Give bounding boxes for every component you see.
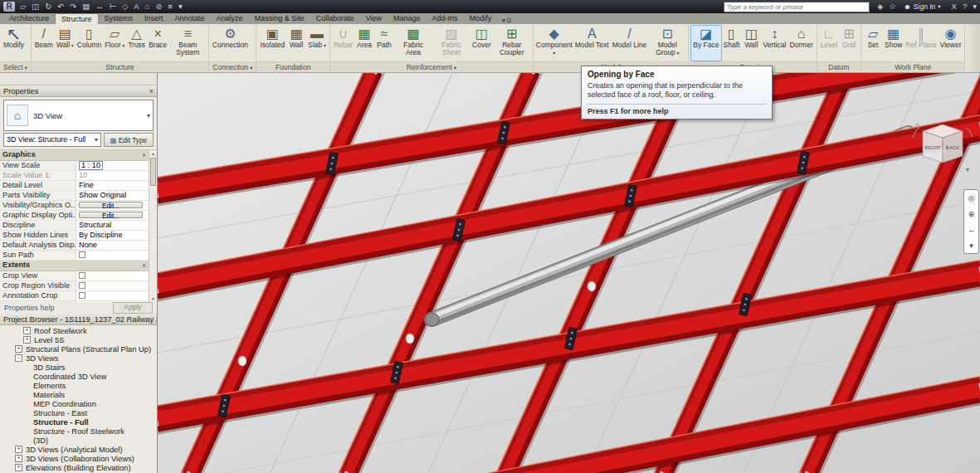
property-row[interactable]: Visibility/Graphics O... Edit... (0, 201, 149, 211)
sync-icon[interactable]: ↻ (45, 1, 51, 12)
ribbon-button[interactable]: ▬ Slab (306, 25, 328, 61)
tree-item[interactable]: Elements (0, 381, 157, 390)
checkbox[interactable] (79, 292, 85, 299)
navigation-wheel-icon[interactable]: ◎ (968, 194, 975, 202)
property-row[interactable]: Far Clip Active (0, 301, 149, 302)
type-selector[interactable]: ⌂ 3D View ▾ (3, 100, 154, 131)
ribbon-button[interactable]: ↕ Vertical (762, 25, 788, 61)
project-browser-header[interactable]: Project Browser - 1S1119_1237_02 Railway… (0, 314, 157, 325)
tree-item[interactable]: MEP Coordination (0, 399, 157, 408)
ribbon-button[interactable]: ↖ Modify (2, 25, 26, 61)
ribbon-panel-label[interactable]: Select (0, 61, 31, 72)
section-icon[interactable]: ⊘ (155, 1, 162, 12)
property-value[interactable] (76, 301, 149, 302)
tree-item[interactable]: Coordinated 3D View (0, 372, 157, 381)
view-selector-combo[interactable]: 3D View: Structure - Full ▾ (3, 133, 101, 147)
property-value[interactable] (76, 281, 149, 290)
ribbon-button[interactable]: / Beam (33, 25, 55, 61)
scroll-up-icon[interactable]: ▲ (151, 150, 155, 157)
default-3d-view-icon[interactable]: ⌂ (145, 1, 150, 12)
tree-item[interactable]: Structure - East (0, 408, 157, 417)
favorites-icon[interactable]: ☆ (889, 1, 896, 12)
search-input[interactable] (724, 2, 870, 12)
tree-item[interactable]: + 3D Views (Analytical Model) (0, 445, 157, 454)
application-menu-button[interactable]: R (3, 2, 15, 12)
ribbon-button[interactable]: A Model Text (573, 25, 611, 61)
properties-help-link[interactable]: Properties help (4, 304, 55, 312)
tree-item[interactable]: Structure - Full (0, 417, 157, 427)
ribbon-tab[interactable]: Add-Ins (427, 13, 464, 24)
tree-item[interactable]: Structure - Roof Steelwork (0, 427, 157, 436)
ribbon-button[interactable]: ◫ Wall (742, 25, 762, 61)
undo-icon[interactable]: ↶ (57, 1, 64, 12)
ribbon-state-toggle-icon[interactable]: ▾ ⊡ (497, 17, 516, 24)
ribbon-button[interactable]: ∪ Rebar (332, 25, 354, 61)
tree-expander-icon[interactable]: + (15, 446, 22, 453)
ribbon-tab[interactable]: Massing & Site (249, 13, 310, 24)
property-value[interactable]: Edit... (76, 211, 149, 220)
ribbon-button[interactable]: ⚙ Connection (211, 25, 249, 61)
measure-icon[interactable]: ↔ (95, 1, 104, 12)
ribbon-button[interactable]: ▩ Fabric Area (394, 25, 432, 61)
property-value[interactable]: Edit... (76, 201, 149, 210)
ribbon-tab[interactable]: Systems (99, 13, 139, 24)
ribbon-tab[interactable]: View (360, 13, 388, 24)
ribbon-button[interactable]: ▨ Fabric Sheet (432, 25, 470, 61)
open-file-icon[interactable]: ▱ (20, 1, 26, 12)
ribbon-button[interactable]: △ Truss (126, 25, 147, 61)
ribbon-button[interactable]: ⊞ Rebar Coupler (493, 25, 531, 61)
ribbon-button[interactable]: ◆ Component (535, 25, 573, 61)
ribbon-panel-label[interactable]: Work Plane (861, 61, 964, 72)
property-row[interactable]: Scale Value 1: 10 (0, 171, 149, 181)
tree-item[interactable]: (3D) (0, 436, 157, 445)
property-value[interactable] (76, 271, 149, 280)
ribbon-tab[interactable]: Architecture (3, 13, 55, 24)
tree-expander-icon[interactable]: + (23, 327, 31, 334)
property-value[interactable]: 1 : 10 (76, 161, 149, 170)
ribbon-tab[interactable]: Manage (388, 13, 427, 24)
ribbon-tab[interactable]: Collaborate (310, 13, 360, 24)
ribbon-tab[interactable]: Structure (55, 13, 99, 24)
property-row[interactable]: Detail Level Fine (0, 181, 149, 191)
ribbon-tab[interactable]: Insert (139, 13, 169, 24)
chevron-down-icon[interactable]: ▾ (147, 112, 150, 119)
tree-item[interactable]: + Elevations (Building Elevation) (0, 463, 157, 472)
close-icon[interactable]: × (146, 87, 154, 95)
ribbon-button[interactable]: ⊞ Grid (839, 25, 859, 61)
property-value[interactable]: None (76, 241, 149, 250)
property-row[interactable]: Annotation Crop (0, 291, 149, 301)
ribbon-button[interactable]: ▯ Column (76, 25, 103, 61)
property-value[interactable]: Structural (76, 221, 149, 230)
zoom-icon[interactable]: ⊕ (968, 210, 975, 218)
save-icon[interactable]: ◫ (32, 1, 39, 12)
ribbon-button[interactable]: ≈ Path (374, 25, 394, 61)
help-icon[interactable]: ? (963, 1, 967, 12)
property-row[interactable]: Crop View (0, 271, 149, 281)
viewcube-menu-icon[interactable]: ▾ (966, 166, 969, 173)
tree-expander-icon[interactable]: + (15, 345, 22, 353)
properties-scrollbar[interactable]: ▲ ▼ (149, 150, 157, 302)
thin-lines-icon[interactable]: ≡ (168, 1, 173, 12)
scrollbar-thumb[interactable] (150, 158, 156, 186)
ribbon-button[interactable]: ▯ Shaft (722, 25, 742, 61)
ribbon-button[interactable]: ∥ Ref Plane (904, 25, 938, 61)
ribbon-panel-label[interactable]: Connection (209, 61, 256, 72)
tree-item[interactable]: + 3D Views (Collaboration Views) (0, 454, 157, 463)
property-row[interactable]: Graphic Display Opti... Edit... (0, 211, 149, 221)
edit-button[interactable]: Edit... (79, 212, 143, 218)
ribbon-button[interactable]: ▦ Area (354, 25, 374, 61)
checkbox[interactable] (79, 282, 85, 289)
print-icon[interactable]: ▤ (82, 1, 90, 12)
property-row[interactable]: View Scale 1 : 10 (0, 161, 149, 171)
ribbon-button[interactable]: ◪ By Face (690, 25, 721, 61)
ribbon-button[interactable]: ≡ Beam System (168, 25, 207, 61)
ribbon-tab[interactable]: Analyze (211, 13, 249, 24)
tree-item[interactable]: Materials (0, 390, 157, 399)
a360-icon[interactable]: X (952, 1, 957, 12)
tree-item[interactable]: + Level 5S (0, 335, 157, 344)
apply-button[interactable]: Apply (113, 302, 153, 314)
property-row[interactable]: Parts Visibility Show Original (0, 191, 149, 201)
ribbon-panel-label[interactable]: Datum (817, 61, 861, 72)
property-row[interactable]: Sun Path (0, 251, 149, 261)
help-menu-icon[interactable]: ▾ (973, 1, 977, 12)
